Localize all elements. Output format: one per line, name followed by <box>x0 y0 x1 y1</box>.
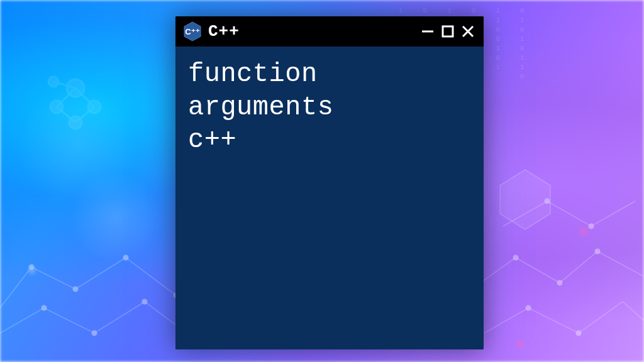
window-titlebar[interactable]: C⁺⁺ C++ <box>175 16 484 47</box>
maximize-button[interactable] <box>440 23 456 40</box>
svg-point-20 <box>526 305 531 310</box>
svg-text:C⁺⁺: C⁺⁺ <box>185 27 199 36</box>
window-controls <box>419 23 476 40</box>
glow-dot <box>516 339 525 348</box>
window-title: C++ <box>208 22 413 41</box>
close-button[interactable] <box>460 23 476 40</box>
svg-point-19 <box>595 249 600 254</box>
terminal-content: function arguments c++ <box>188 58 471 157</box>
svg-point-12 <box>123 255 128 260</box>
svg-point-21 <box>576 331 581 336</box>
glow-dot <box>579 226 589 236</box>
window-body: function arguments c++ <box>175 47 484 349</box>
svg-point-15 <box>92 331 97 336</box>
svg-point-17 <box>513 255 518 260</box>
cpp-icon: C⁺⁺ <box>183 21 202 41</box>
svg-rect-28 <box>443 26 453 36</box>
svg-marker-24 <box>500 170 550 229</box>
glow-dot <box>28 267 36 275</box>
svg-point-18 <box>557 280 562 285</box>
svg-point-14 <box>42 305 47 310</box>
minimize-button[interactable] <box>419 23 436 40</box>
svg-point-11 <box>73 287 78 292</box>
svg-point-16 <box>142 299 147 304</box>
svg-point-23 <box>589 224 594 229</box>
terminal-window: C⁺⁺ C++ function arguments c++ <box>175 16 484 349</box>
